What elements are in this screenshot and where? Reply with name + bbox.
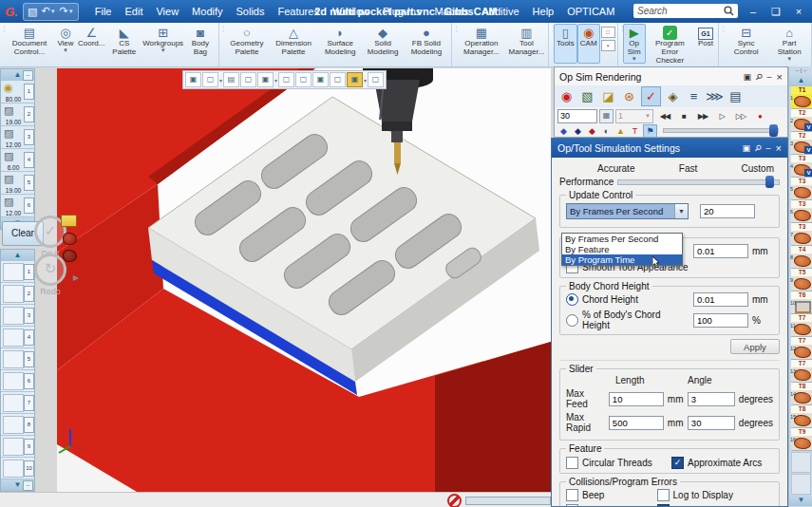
op-slot-3[interactable]: 3 bbox=[1, 305, 34, 327]
op-tile-2[interactable]: 2T2V bbox=[791, 109, 812, 132]
view-option-1-icon[interactable]: ▣ bbox=[185, 72, 201, 87]
dialog-minimize-icon[interactable]: – bbox=[766, 143, 771, 153]
tool-shaded-icon[interactable]: ◆ bbox=[572, 125, 584, 137]
view-option-4-icon[interactable]: ▢ bbox=[240, 72, 256, 87]
text-display-icon[interactable]: T bbox=[629, 125, 641, 137]
sim-speed-input[interactable] bbox=[557, 109, 597, 123]
menu-help[interactable]: Help bbox=[526, 0, 561, 23]
gibbs-blob-icon[interactable] bbox=[63, 233, 77, 245]
tool-number-tab[interactable]: 3 bbox=[24, 129, 34, 145]
op-slot-number-tab[interactable]: 8 bbox=[24, 417, 34, 433]
op-slot-number-tab[interactable]: 1 bbox=[24, 264, 34, 280]
tiles-scroll-up[interactable]: ▲ bbox=[789, 75, 812, 86]
panel-close-icon[interactable]: × bbox=[777, 72, 783, 82]
tool-number-tab[interactable]: 5 bbox=[24, 175, 34, 191]
performance-slider-handle[interactable] bbox=[765, 176, 774, 188]
chord-value-input[interactable] bbox=[693, 313, 748, 328]
geometry-palette-button[interactable]: ○Geometry Palette bbox=[224, 24, 270, 64]
tool-number-tab[interactable]: 4 bbox=[24, 152, 34, 168]
tool-item-3[interactable]: ▨12.003 bbox=[1, 126, 34, 149]
stock-half-icon[interactable]: ◐ bbox=[600, 125, 613, 137]
option-by-frames-per-second[interactable]: By Frames Per Second bbox=[562, 234, 682, 244]
cut-part-chord-height-input[interactable] bbox=[693, 244, 748, 258]
op-slot-9[interactable]: 9 bbox=[1, 436, 34, 458]
view-option-8-icon[interactable]: ▣ bbox=[312, 72, 329, 87]
op-tile-15[interactable]: 15T8 bbox=[791, 405, 812, 428]
machine-housing-icon[interactable]: ▤ bbox=[727, 87, 745, 105]
op-tile-5[interactable]: 5T3 bbox=[791, 178, 812, 200]
surface-modeling-button[interactable]: ◗Surface Modeling bbox=[317, 24, 363, 64]
tool-number-tab[interactable]: 1 bbox=[24, 84, 34, 100]
op-slot-number-tab[interactable]: 10 bbox=[24, 460, 34, 477]
op-slot-number-tab[interactable]: 9 bbox=[24, 439, 34, 455]
approximate-arcs-checkbox[interactable]: ✓ bbox=[671, 457, 684, 469]
render-speed-slider[interactable] bbox=[663, 128, 779, 133]
view-option-11-icon[interactable]: ▢ bbox=[368, 72, 384, 87]
op-tile-10[interactable]: 10T6 bbox=[791, 291, 812, 314]
empty-op-slot[interactable] bbox=[791, 452, 811, 473]
op-tile-6[interactable]: 6T3 bbox=[791, 200, 812, 223]
op-tile-4[interactable]: 4T3V bbox=[791, 155, 812, 178]
menu-edit[interactable]: Edit bbox=[118, 0, 149, 23]
option-by-program-time[interactable]: By Program Time bbox=[562, 254, 682, 265]
cs-palette-button[interactable]: ◣CS Palette bbox=[105, 24, 142, 64]
op-tile-8[interactable]: 8T4 bbox=[791, 246, 812, 269]
view-option-7-icon[interactable]: ▢ bbox=[295, 72, 312, 87]
viewport-3d[interactable]: ▣▢▾▤▢▣▾▢▢▣▢▣▾▢ bbox=[57, 68, 551, 492]
note-flyout-icon[interactable]: □ bbox=[601, 27, 615, 38]
tool-item-4[interactable]: ▨6.004 bbox=[1, 149, 34, 172]
program-error-checker-button[interactable]: ✓Program Error Checker bbox=[646, 24, 694, 64]
op-tile-14[interactable]: 14T8 bbox=[791, 383, 812, 405]
verify-check-icon[interactable]: ✓ bbox=[641, 86, 661, 106]
op-tile-7[interactable]: 7T3 bbox=[791, 223, 812, 246]
view-option-2-icon[interactable]: ▢ bbox=[202, 72, 218, 87]
chord-radio-1[interactable] bbox=[566, 314, 578, 327]
angle-input[interactable] bbox=[688, 392, 735, 406]
tool-number-tab[interactable]: 2 bbox=[24, 106, 34, 122]
view-option-10-icon[interactable]: ▣ bbox=[347, 72, 363, 87]
workgroups-button[interactable]: ⊞Workgroups▼ bbox=[142, 24, 183, 64]
menu-solids[interactable]: Solids bbox=[230, 0, 272, 23]
dimension-palette-button[interactable]: △Dimension Palette bbox=[270, 24, 317, 64]
op-sim-button[interactable]: ▶Op Sim▼ bbox=[623, 24, 646, 64]
empty-op-slot[interactable] bbox=[791, 474, 811, 495]
body-bag-button[interactable]: ◙Body Bag bbox=[183, 24, 217, 64]
frames-per-second-input[interactable] bbox=[700, 204, 755, 218]
op-slot-number-tab[interactable]: 2 bbox=[24, 286, 34, 302]
op-slot-4[interactable]: 4 bbox=[1, 327, 34, 348]
length-input[interactable] bbox=[609, 392, 664, 406]
run-to-next-button[interactable]: ▶▶ bbox=[693, 109, 712, 123]
float-icon[interactable]: ▣ bbox=[743, 72, 751, 82]
view-option-6-icon[interactable]: ▢ bbox=[278, 72, 294, 87]
render-speed-handle[interactable] bbox=[769, 124, 778, 137]
op-slot-number-tab[interactable]: 4 bbox=[24, 329, 34, 346]
chord-value-input[interactable] bbox=[693, 292, 748, 307]
speed-preset-icon[interactable]: ▦ bbox=[599, 109, 614, 123]
folder-icon[interactable] bbox=[61, 215, 77, 227]
view-button[interactable]: ◎View▼ bbox=[54, 24, 77, 64]
flyout-arrow-icon[interactable]: ▶ bbox=[73, 273, 79, 282]
menu-modify[interactable]: Modify bbox=[185, 0, 229, 23]
loop-count-dropdown[interactable]: 1▼ bbox=[615, 109, 653, 123]
menu-view[interactable]: View bbox=[149, 0, 185, 23]
strip-collapse-handles[interactable]: – | – bbox=[789, 66, 812, 75]
go-to-start-button[interactable]: ◀◀ bbox=[655, 109, 674, 123]
op-slot-5[interactable]: 5 bbox=[1, 348, 34, 370]
op-tile-1[interactable]: 1T1 bbox=[791, 86, 812, 109]
gibbs-blob-dark-icon[interactable] bbox=[63, 250, 77, 262]
tool-display-icon[interactable]: ⊛ bbox=[620, 87, 638, 105]
stop-hand-icon[interactable]: ◉ bbox=[557, 87, 576, 105]
tools-button[interactable]: ▯Tools bbox=[554, 24, 577, 64]
op-tile-9[interactable]: 9T5 bbox=[791, 269, 812, 291]
lock-spindle-icon[interactable]: ◈ bbox=[664, 87, 682, 105]
log-to-display-checkbox[interactable] bbox=[657, 489, 670, 501]
part-station-button[interactable]: ⌂Part Station▼ bbox=[768, 24, 810, 64]
flag-icon[interactable]: ⚑ bbox=[643, 124, 657, 138]
redo-button[interactable]: ↷▼ bbox=[60, 3, 74, 20]
draw-mode-icon[interactable]: ◪ bbox=[599, 87, 617, 105]
holder-icon[interactable]: ◆ bbox=[586, 125, 598, 137]
tiles-scroll-down[interactable]: ▼ bbox=[789, 495, 812, 506]
op-slot-number-tab[interactable]: 7 bbox=[24, 395, 34, 411]
document-control-button[interactable]: ▤Document Control... bbox=[5, 24, 54, 64]
operation-manager-button[interactable]: ▦Operation Manager... bbox=[457, 24, 506, 64]
